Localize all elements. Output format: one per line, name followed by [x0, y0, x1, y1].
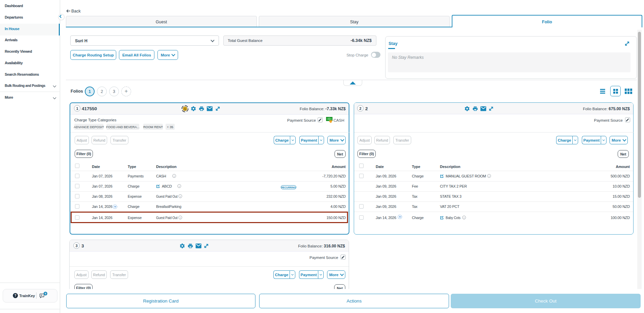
svg-text:$: $ [184, 107, 186, 111]
